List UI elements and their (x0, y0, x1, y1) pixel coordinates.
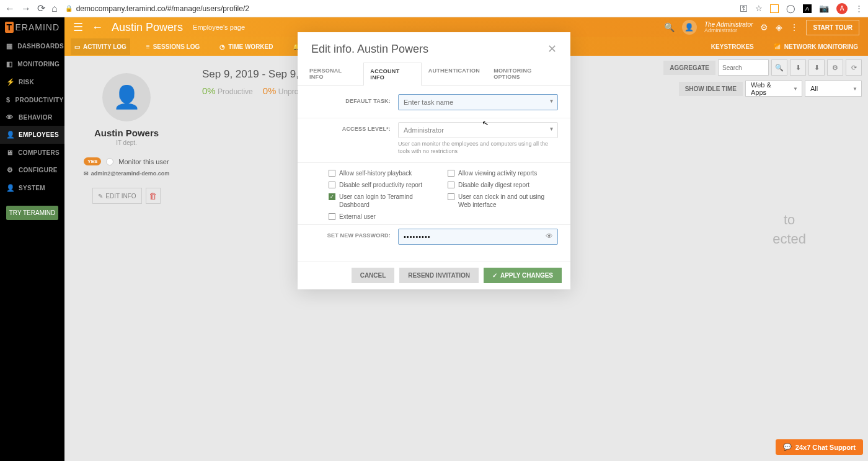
tab-keystrokes[interactable]: KEYSTROKES (707, 38, 758, 55)
check-disable-productivity[interactable]: Disable self productivity report (329, 181, 439, 189)
toggle-knob[interactable] (106, 158, 113, 165)
check-self-history[interactable]: Allow self-history playback (329, 169, 439, 177)
sidebar-item-system[interactable]: 👤SYSTEM (0, 179, 64, 197)
tab-network[interactable]: 📶 NETWORK MONITORING (770, 38, 862, 55)
cancel-button[interactable]: CANCEL (352, 268, 395, 283)
key-icon[interactable]: ⚿ (740, 4, 748, 13)
header-user-role: Administrator (704, 28, 753, 34)
tab-account-info[interactable]: ACCOUNT INFO (363, 63, 421, 86)
edit-info-button[interactable]: ✎ EDIT INFO (92, 188, 141, 204)
sidebar-item-risk[interactable]: ⚡RISK (0, 73, 64, 91)
checkbox-checked-icon[interactable]: ✓ (329, 193, 335, 200)
check-clock-web[interactable]: User can clock in and out using Web inte… (448, 193, 558, 209)
profile-name: Austin Powers (71, 128, 182, 138)
try-teramind-button[interactable]: TRY TERAMIND (6, 206, 58, 220)
check-disable-digest[interactable]: Disable daily digest report (448, 181, 558, 189)
ext-icon-4[interactable]: 📷 (819, 4, 829, 13)
clock-icon: ◔ (219, 43, 225, 50)
checkbox-icon[interactable] (448, 170, 454, 177)
tab-label: NETWORK MONITORING (784, 43, 858, 50)
second-controls: SHOW IDLE TIME Web & Apps All (679, 81, 862, 97)
resend-invitation-button[interactable]: RESEND INVITATION (399, 268, 479, 283)
browser-extension-icons: ⚿ ☆ ◯ A 📷 A ⋮ (740, 3, 863, 14)
search-button[interactable]: 🔍 (771, 59, 787, 76)
lock-icon: 🔒 (65, 5, 73, 12)
header-user-name: The Administrator (704, 21, 753, 28)
access-level-help: User can monitor the employees and compu… (398, 141, 558, 155)
checkbox-icon[interactable] (329, 170, 335, 177)
eye-icon[interactable]: 👁 (546, 232, 553, 240)
browser-reload-icon[interactable]: ⟳ (37, 2, 45, 14)
apply-changes-button[interactable]: ✓ APPLY CHANGES (484, 268, 562, 283)
tab-authentication[interactable]: AUTHENTICATION (422, 62, 487, 85)
delete-user-button[interactable]: 🗑 (146, 188, 161, 204)
checkbox-icon[interactable] (329, 182, 335, 188)
configure-icon: ⚙ (6, 166, 14, 174)
list-icon: ≡ (146, 43, 150, 50)
check-external-user[interactable]: External user (329, 213, 439, 221)
export-button-2[interactable]: ⬇ (808, 59, 825, 76)
star-icon[interactable]: ☆ (755, 4, 763, 13)
search-input[interactable] (718, 59, 769, 76)
sidebar-item-configure[interactable]: ⚙CONFIGURE (0, 161, 64, 179)
diamond-icon[interactable]: ◈ (776, 22, 782, 32)
browser-avatar[interactable]: A (836, 3, 848, 14)
header-avatar[interactable]: 👤 (682, 20, 697, 35)
export-button-1[interactable]: ⬇ (790, 59, 806, 76)
checkbox-icon[interactable] (448, 193, 454, 200)
chat-support-button[interactable]: 💬 24x7 Chat Support (776, 439, 863, 455)
settings-button[interactable]: ⚙ (827, 59, 843, 76)
tab-personal-info[interactable]: PERSONAL INFO (303, 62, 363, 85)
show-idle-button[interactable]: SHOW IDLE TIME (679, 82, 743, 96)
tab-activity-log[interactable]: ▭ ACTIVITY LOG (71, 38, 130, 55)
sidebar-label: CONFIGURE (19, 167, 58, 173)
check-login-dashboard[interactable]: ✓User can login to Teramind Dashboard (329, 193, 439, 209)
more-icon[interactable]: ⋮ (790, 22, 799, 32)
checkbox-icon[interactable] (448, 182, 454, 188)
sidebar-item-behavior[interactable]: 👁BEHAVIOR (0, 108, 64, 126)
aggregate-button[interactable]: AGGREGATE (663, 61, 715, 75)
sidebar-label: SYSTEM (19, 185, 45, 191)
ext-icon-1[interactable] (770, 4, 779, 13)
browser-home-icon[interactable]: ⌂ (51, 3, 58, 14)
browser-back-icon[interactable]: ← (5, 3, 15, 14)
check-label: Allow self-history playback (339, 169, 412, 177)
search-icon[interactable]: 🔍 (664, 22, 675, 32)
select-webapps[interactable]: Web & Apps (745, 81, 802, 97)
profile-email-row: ✉ admin2@teramind-demo.com (71, 170, 182, 177)
start-tour-button[interactable]: START TOUR (806, 20, 859, 35)
checkbox-icon[interactable] (329, 213, 335, 220)
monitor-label: Monitor this user (118, 158, 169, 165)
profile-panel: 👤 Austin Powers IT dept. YES Monitor thi… (64, 56, 188, 461)
check-label: User can login to Teramind Dashboard (339, 193, 439, 209)
browser-forward-icon[interactable]: → (21, 3, 31, 14)
hamburger-icon[interactable]: ☰ (73, 20, 83, 34)
select-label: Web & Apps (751, 81, 788, 96)
header-user-info[interactable]: The Administrator Administrator (704, 21, 753, 34)
access-level-select[interactable]: Administrator (398, 122, 558, 138)
sidebar-item-monitoring[interactable]: ◧MONITORING (0, 55, 64, 73)
close-icon[interactable]: ✕ (547, 42, 557, 56)
tab-time-worked[interactable]: ◔ TIME WORKED (216, 38, 277, 55)
check-label: Disable daily digest report (458, 181, 529, 189)
gear-icon[interactable]: ⚙ (760, 22, 768, 32)
tab-sessions-log[interactable]: ≡ SESSIONS LOG (143, 38, 203, 55)
sidebar-item-dashboards[interactable]: ▦DASHBOARDS (0, 37, 64, 55)
url-bar[interactable]: 🔒 democompany.teramind.co/#/manage/users… (65, 4, 732, 13)
refresh-button[interactable]: ⟳ (846, 59, 862, 76)
sidebar-item-productivity[interactable]: $PRODUCTIVITY (0, 91, 64, 108)
back-arrow-icon[interactable]: ← (92, 21, 103, 34)
sidebar-item-computers[interactable]: 🖥COMPUTERS (0, 144, 64, 161)
browser-menu-icon[interactable]: ⋮ (855, 4, 863, 13)
tab-monitoring-options[interactable]: MONITORING OPTIONS (487, 62, 565, 85)
password-input[interactable] (398, 229, 558, 245)
select-all[interactable]: All (805, 81, 862, 97)
check-view-reports[interactable]: Allow viewing activity reports (448, 169, 558, 177)
sidebar-item-employees[interactable]: 👤EMPLOYEES (0, 126, 64, 144)
default-task-input[interactable] (398, 94, 558, 110)
ext-icon-3[interactable]: A (803, 4, 812, 13)
ext-icon-2[interactable]: ◯ (786, 4, 795, 13)
brand-logo[interactable]: T ERAMIND (0, 17, 64, 37)
dashboard-icon: ▦ (6, 42, 12, 50)
toggle-yes-badge[interactable]: YES (84, 157, 101, 165)
